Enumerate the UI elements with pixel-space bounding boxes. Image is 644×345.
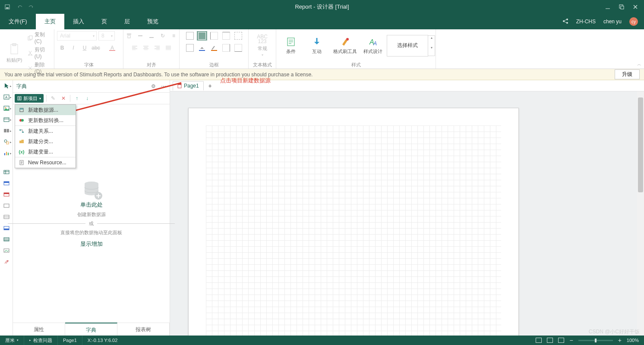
toolbox-band-header-icon[interactable] xyxy=(3,180,10,186)
show-add-link[interactable]: 显示增加 xyxy=(80,240,103,248)
align-middle-icon[interactable] xyxy=(135,31,145,41)
user-label[interactable]: chen yu xyxy=(603,19,622,25)
menu-new-variable[interactable]: {x}新建变量... xyxy=(15,147,76,157)
delete-button[interactable]: 删除(D) xyxy=(28,61,51,75)
lang-label[interactable]: ZH-CHS xyxy=(576,19,596,25)
font-size-select[interactable]: 8▾ xyxy=(98,31,115,41)
border-dialog-icon[interactable] xyxy=(233,31,243,41)
copy-button[interactable]: 复制(C) xyxy=(28,31,51,44)
hint-click-here[interactable]: 单击此处 xyxy=(80,201,103,209)
toolbox-chart-icon[interactable]: ▸ xyxy=(3,150,10,156)
status-page[interactable]: Page1 xyxy=(58,336,82,345)
italic-button[interactable]: I xyxy=(68,43,79,53)
close-icon[interactable] xyxy=(633,4,638,9)
zoom-value[interactable]: 100% xyxy=(627,338,639,343)
paste-button[interactable]: 粘贴(P) xyxy=(3,43,26,63)
underline-button[interactable]: U xyxy=(79,43,90,53)
add-page-button[interactable]: + xyxy=(206,82,214,90)
border-top-icon[interactable] xyxy=(221,31,231,41)
share-icon[interactable] xyxy=(562,18,568,25)
align-top-icon[interactable] xyxy=(124,31,134,41)
fill-color-icon[interactable] xyxy=(197,43,207,53)
font-color-button[interactable]: A xyxy=(107,43,117,53)
menu-new-datasource[interactable]: 新建数据源... xyxy=(15,105,76,115)
tab-dictionary[interactable]: 字典 xyxy=(65,323,117,336)
toolbox-band-red-icon[interactable] xyxy=(3,191,10,198)
menu-layer[interactable]: 层 xyxy=(116,14,139,29)
toolbox-band-data-icon[interactable] xyxy=(3,169,10,175)
bold-button[interactable]: B xyxy=(57,43,67,53)
dict-delete-icon[interactable]: ✕ xyxy=(60,94,67,102)
cut-button[interactable]: 剪切(U) xyxy=(28,46,51,60)
align-center-icon[interactable] xyxy=(141,43,151,53)
tab-properties[interactable]: 属性 xyxy=(13,323,65,336)
border-right-icon[interactable] xyxy=(221,43,231,53)
menu-home[interactable]: 主页 xyxy=(36,14,64,29)
toolbox-barcode-icon[interactable]: ▸ xyxy=(3,128,10,134)
menu-new-category[interactable]: 新建分类... xyxy=(15,136,76,147)
avatar[interactable]: cy xyxy=(629,17,638,26)
toolbox-shape-icon[interactable]: ▸ xyxy=(3,139,10,145)
toolbox-band-group-icon[interactable] xyxy=(3,236,10,242)
page-tab[interactable]: Page1 xyxy=(173,81,204,91)
interactive-button[interactable]: 互动 xyxy=(305,37,329,55)
zoom-slider[interactable] xyxy=(578,340,613,341)
toolbox-text-icon[interactable]: A▸ xyxy=(3,94,10,100)
menu-file[interactable]: 文件(F) xyxy=(0,14,36,29)
menu-update-transform[interactable]: 更新数据转换... xyxy=(15,115,76,125)
menu-insert[interactable]: 插入 xyxy=(64,14,93,29)
undo-icon[interactable] xyxy=(16,4,22,10)
view-mode-3-icon[interactable] xyxy=(558,338,564,343)
dict-up-icon[interactable]: ↑ xyxy=(73,94,81,102)
border-none-icon[interactable] xyxy=(197,31,207,41)
border-all-icon[interactable] xyxy=(185,31,195,41)
font-name-select[interactable]: Arial▾ xyxy=(57,31,97,41)
style-designer-button[interactable]: AA样式设计 xyxy=(361,37,385,55)
maximize-icon[interactable] xyxy=(619,4,624,9)
redo-icon[interactable] xyxy=(28,4,35,10)
dict-menu-icon[interactable]: ⋯ xyxy=(161,83,166,89)
border-left-icon[interactable] xyxy=(209,31,219,41)
view-mode-2-icon[interactable] xyxy=(547,338,553,343)
border-outside-icon[interactable] xyxy=(185,43,195,53)
zoom-in-button[interactable]: + xyxy=(618,337,622,344)
wrap-text-icon[interactable]: ≡ xyxy=(169,31,179,41)
new-item-button[interactable]: 新项目▾ xyxy=(15,94,44,103)
status-unit[interactable]: 厘米▾ xyxy=(0,336,24,345)
canvas-scroll[interactable]: ial xyxy=(170,91,644,336)
status-check[interactable]: ▸检查问题 xyxy=(24,336,58,345)
vertical-scrollbar[interactable] xyxy=(637,91,644,336)
format-painter-button[interactable]: 格式刷工具 xyxy=(331,37,359,55)
zoom-out-button[interactable]: − xyxy=(569,337,573,344)
toolbox-image-icon[interactable]: ▸ xyxy=(3,105,10,111)
toolbox-settings-icon[interactable] xyxy=(3,259,10,265)
align-justify-icon[interactable] xyxy=(163,43,174,53)
align-bottom-icon[interactable] xyxy=(146,31,157,41)
toolbox-band-empty-icon[interactable] xyxy=(3,214,10,220)
toolbox-pointer-icon[interactable]: ▸ xyxy=(3,83,10,89)
view-mode-1-icon[interactable] xyxy=(536,338,542,343)
strike-button[interactable]: abc xyxy=(91,43,101,53)
dict-settings-icon[interactable]: ⚙ xyxy=(151,83,156,89)
align-left-icon[interactable] xyxy=(129,43,140,53)
save-icon[interactable] xyxy=(4,4,10,10)
upgrade-button[interactable]: 升级 xyxy=(615,69,640,79)
conditions-button[interactable]: 条件 xyxy=(279,37,303,55)
ribbon-collapse-icon[interactable]: ︿ xyxy=(635,29,644,69)
border-bottom-icon[interactable] xyxy=(233,43,243,53)
menu-preview[interactable]: 预览 xyxy=(139,14,167,29)
menu-new-relation[interactable]: 新建关系... xyxy=(15,126,76,136)
toolbox-band-gray-icon[interactable] xyxy=(3,203,10,209)
rotate-text-icon[interactable]: ↻ xyxy=(158,31,168,41)
align-right-icon[interactable] xyxy=(152,43,162,53)
tab-report-tree[interactable]: 报表树 xyxy=(117,323,170,336)
toolbox-panel-icon[interactable]: ▸ xyxy=(3,116,10,122)
border-color-icon[interactable] xyxy=(209,43,219,53)
dict-down-icon[interactable]: ↓ xyxy=(83,94,91,102)
toolbox-band-image-icon[interactable] xyxy=(3,248,10,254)
minimize-icon[interactable] xyxy=(605,4,610,9)
dict-edit-icon[interactable]: ✎ xyxy=(49,94,57,102)
report-page[interactable]: ial xyxy=(188,108,519,336)
text-format-button[interactable]: ABC123 常规▾ xyxy=(251,34,273,57)
menu-new-resource[interactable]: New Resource... xyxy=(15,157,76,168)
